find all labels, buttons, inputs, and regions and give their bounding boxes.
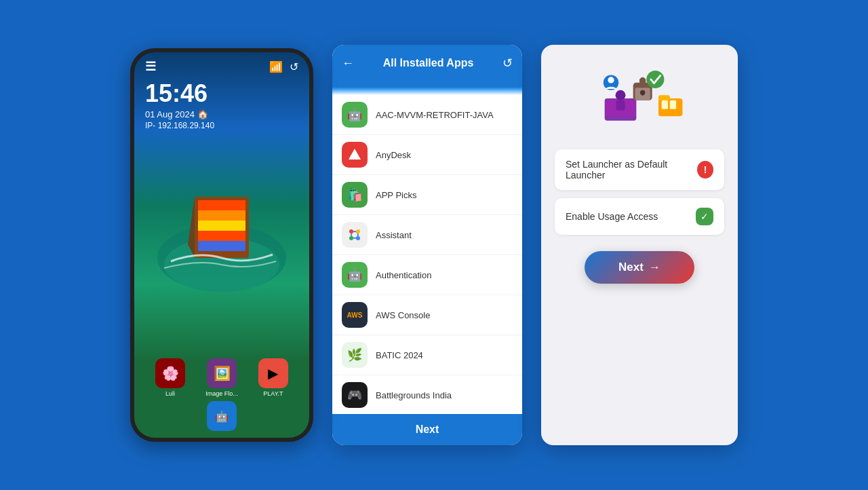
list-item-apppicks[interactable]: 🛍️ APP Picks bbox=[332, 175, 522, 215]
footer-next-label: Next bbox=[416, 423, 439, 436]
setup-illustration bbox=[592, 61, 687, 136]
svg-rect-27 bbox=[658, 95, 670, 100]
phone-apps: 🌸 Luli 🖼️ Image Flo... ▶ PLAY.T bbox=[134, 358, 309, 397]
app-label-play: PLAY.T bbox=[263, 390, 283, 397]
svg-point-17 bbox=[616, 90, 626, 100]
phone-app-luli[interactable]: 🌸 Luli bbox=[155, 358, 185, 397]
wifi-icon: 📶 bbox=[269, 60, 283, 73]
app-list-wave bbox=[332, 81, 522, 95]
set-default-launcher-status-error: ! bbox=[697, 161, 713, 178]
svg-point-11 bbox=[349, 229, 353, 233]
svg-point-25 bbox=[608, 77, 614, 83]
svg-rect-28 bbox=[662, 100, 668, 109]
setup-panel: Set Launcher as Default Launcher ! Enabl… bbox=[541, 45, 738, 445]
svg-rect-3 bbox=[198, 200, 245, 210]
svg-marker-9 bbox=[349, 149, 361, 159]
app-icon-aac-mvvm: 🤖 bbox=[342, 102, 368, 128]
refresh-button[interactable]: ↺ bbox=[502, 56, 513, 71]
phone-screen: ☰ 📶 ↺ 15:46 01 Aug 2024 🏠 IP- 192.168.29… bbox=[134, 52, 309, 438]
app-list-footer-next[interactable]: Next bbox=[332, 414, 522, 445]
setup-illustration-svg bbox=[592, 61, 687, 136]
app-name-authentication: Authentication bbox=[376, 270, 431, 280]
app-icon-authentication: 🤖 bbox=[342, 262, 368, 288]
svg-rect-18 bbox=[616, 100, 625, 111]
svg-rect-5 bbox=[198, 221, 245, 231]
app-name-anydesk: AnyDesk bbox=[376, 150, 411, 160]
enable-usage-access-status-ok: ✓ bbox=[696, 208, 713, 225]
app-list-panel: ← All Installed Apps ↺ 🤖 AAC-MVVM-RETROF… bbox=[332, 45, 522, 445]
menu-icon: ☰ bbox=[145, 59, 156, 74]
phone-mockup: ☰ 📶 ↺ 15:46 01 Aug 2024 🏠 IP- 192.168.29… bbox=[130, 48, 313, 442]
setup-next-arrow: → bbox=[649, 261, 660, 274]
list-item-authentication[interactable]: 🤖 Authentication bbox=[332, 255, 522, 295]
refresh-icon: ↺ bbox=[290, 60, 298, 73]
setup-options: Set Launcher as Default Launcher ! Enabl… bbox=[555, 149, 724, 235]
app-icon-aws: AWS bbox=[342, 302, 368, 328]
ship-illustration bbox=[134, 143, 309, 292]
list-item-batic[interactable]: 🌿 BATIC 2024 bbox=[332, 335, 522, 375]
phone-app-imageflo[interactable]: 🖼️ Image Flo... bbox=[205, 358, 238, 397]
svg-rect-6 bbox=[198, 231, 245, 241]
phone-time: 15:46 bbox=[134, 77, 309, 109]
app-icon-batic: 🌿 bbox=[342, 342, 368, 368]
svg-rect-4 bbox=[198, 210, 245, 221]
app-icon-apppicks: 🛍️ bbox=[342, 182, 368, 208]
app-name-assistant: Assistant bbox=[376, 230, 412, 240]
back-button[interactable]: ← bbox=[342, 56, 354, 71]
setup-next-label: Next bbox=[618, 261, 644, 274]
app-list-header: ← All Installed Apps ↺ bbox=[332, 45, 522, 81]
phone-status-bar: ☰ 📶 ↺ bbox=[134, 52, 309, 77]
phone-status-icons: 📶 ↺ bbox=[269, 60, 298, 73]
app-icon-battlegrounds: 🎮 bbox=[342, 382, 368, 408]
list-item-assistant[interactable]: Assistant bbox=[332, 215, 522, 255]
app-list-items[interactable]: 🤖 AAC-MVVM-RETROFIT-JAVA AnyDesk 🛍️ APP … bbox=[332, 95, 522, 414]
svg-point-12 bbox=[356, 229, 360, 233]
ship-svg bbox=[157, 143, 286, 292]
list-item-aws-console[interactable]: AWS AWS Console bbox=[332, 295, 522, 335]
calendar-icon: 🏠 bbox=[197, 109, 208, 119]
app-name-aac-mvvm: AAC-MVVM-RETROFIT-JAVA bbox=[376, 110, 494, 120]
app-icon-anydesk bbox=[342, 142, 368, 168]
app-name-batic: BATIC 2024 bbox=[376, 350, 423, 360]
svg-rect-7 bbox=[198, 241, 245, 251]
app-name-battlegrounds: Battlegrounds India bbox=[376, 390, 452, 400]
app-name-aws: AWS Console bbox=[376, 310, 430, 320]
svg-rect-22 bbox=[642, 93, 644, 96]
enable-usage-access-label: Enable Usage Access bbox=[566, 211, 658, 222]
set-default-launcher-row[interactable]: Set Launcher as Default Launcher ! bbox=[555, 149, 724, 190]
dock-aac-icon[interactable]: 🤖 bbox=[207, 401, 237, 431]
app-list-title: All Installed Apps bbox=[383, 57, 474, 69]
svg-point-23 bbox=[646, 71, 664, 88]
phone-app-play[interactable]: ▶ PLAY.T bbox=[258, 358, 288, 397]
set-default-launcher-label: Set Launcher as Default Launcher bbox=[566, 159, 697, 181]
app-label-imageflo: Image Flo... bbox=[205, 390, 238, 397]
svg-point-13 bbox=[349, 236, 353, 240]
svg-rect-29 bbox=[670, 100, 676, 109]
app-icon-assistant bbox=[342, 222, 368, 248]
enable-usage-access-row[interactable]: Enable Usage Access ✓ bbox=[555, 198, 724, 235]
list-item-aac-mvvm[interactable]: 🤖 AAC-MVVM-RETROFIT-JAVA bbox=[332, 95, 522, 135]
svg-point-14 bbox=[356, 236, 360, 240]
list-item-battlegrounds[interactable]: 🎮 Battlegrounds India bbox=[332, 375, 522, 414]
list-item-anydesk[interactable]: AnyDesk bbox=[332, 135, 522, 175]
phone-ip: IP- 192.168.29.140 bbox=[134, 119, 309, 136]
setup-next-button[interactable]: Next → bbox=[585, 251, 694, 284]
phone-dock: 🤖 bbox=[134, 401, 309, 431]
app-name-apppicks: APP Picks bbox=[376, 190, 416, 200]
phone-date: 01 Aug 2024 🏠 bbox=[134, 109, 309, 119]
app-label-luli: Luli bbox=[165, 390, 175, 397]
